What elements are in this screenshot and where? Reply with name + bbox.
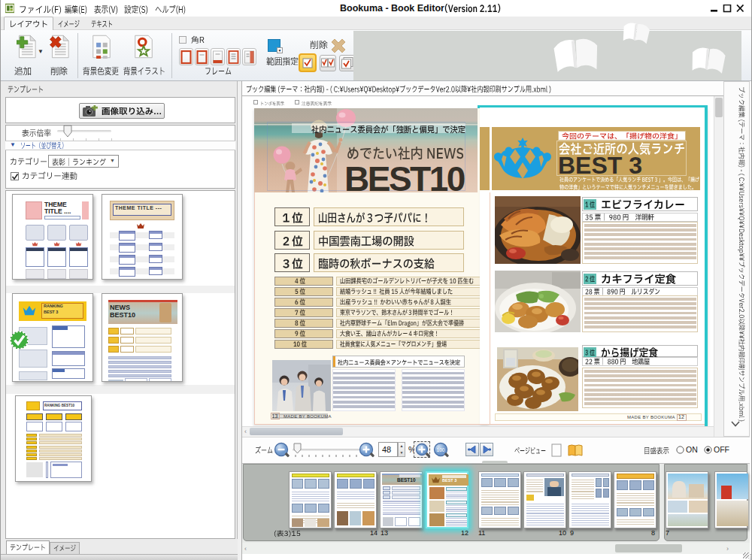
svg-text:100: 100 bbox=[437, 447, 445, 453]
